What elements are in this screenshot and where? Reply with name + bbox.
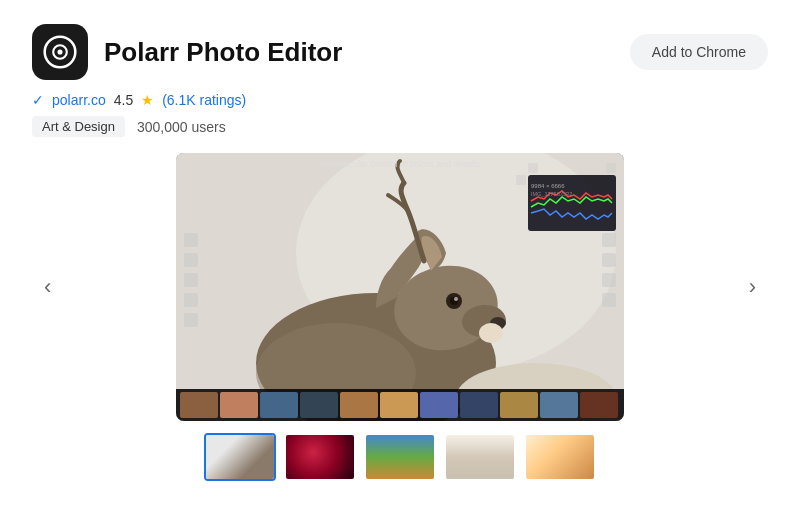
carousel-next-button[interactable]: › [737, 266, 768, 308]
svg-rect-29 [606, 163, 616, 173]
filmstrip-item [300, 392, 338, 418]
svg-rect-27 [516, 175, 526, 185]
svg-rect-20 [602, 233, 616, 247]
page-container: Polarr Photo Editor Add to Chrome ✓ pola… [0, 0, 800, 505]
svg-rect-17 [184, 273, 198, 287]
filmstrip-item [420, 392, 458, 418]
polarr-logo-icon [43, 35, 77, 69]
filmstrip-item [500, 392, 538, 418]
filmstrip-item [580, 392, 618, 418]
svg-rect-21 [602, 253, 616, 267]
thumbnail-5[interactable] [524, 433, 596, 481]
thumbnail-3-image [366, 435, 434, 479]
svg-rect-19 [184, 313, 198, 327]
filmstrip [176, 389, 624, 421]
carousel-section: ‹ Spectacular control of colors and deta… [32, 153, 768, 421]
svg-rect-22 [602, 273, 616, 287]
add-to-chrome-button[interactable]: Add to Chrome [630, 34, 768, 70]
svg-rect-16 [184, 253, 198, 267]
polarr-website-link[interactable]: polarr.co [52, 92, 106, 108]
header-left: Polarr Photo Editor [32, 24, 342, 80]
scene-title: Spectacular control of colors and detail… [320, 159, 480, 169]
filmstrip-item [460, 392, 498, 418]
svg-point-12 [479, 323, 503, 343]
thumbnail-4-image [446, 435, 514, 479]
svg-point-11 [454, 297, 458, 301]
users-count: 300,000 users [137, 119, 226, 135]
svg-point-2 [57, 49, 62, 54]
verified-icon: ✓ [32, 92, 44, 108]
app-icon [32, 24, 88, 80]
thumbnail-1[interactable] [204, 433, 276, 481]
filmstrip-item [380, 392, 418, 418]
meta-row: ✓ polarr.co 4.5 ★ (6.1K ratings) [32, 92, 768, 108]
filmstrip-item [180, 392, 218, 418]
category-badge: Art & Design [32, 116, 125, 137]
rating-number: 4.5 [114, 92, 133, 108]
ratings-count-link[interactable]: (6.1K ratings) [162, 92, 246, 108]
deer-illustration: 9984 × 6666 IMG_12756.CR2 [176, 153, 624, 421]
rating-star: ★ [141, 92, 154, 108]
deer-scene: Spectacular control of colors and detail… [176, 153, 624, 421]
thumbnail-3[interactable] [364, 433, 436, 481]
svg-rect-15 [184, 233, 198, 247]
thumbnail-2-image [286, 435, 354, 479]
svg-rect-18 [184, 293, 198, 307]
svg-rect-23 [602, 293, 616, 307]
app-title: Polarr Photo Editor [104, 37, 342, 68]
main-screenshot: Spectacular control of colors and detail… [176, 153, 624, 421]
svg-text:IMG_12756.CR2: IMG_12756.CR2 [531, 191, 572, 197]
carousel-prev-button[interactable]: ‹ [32, 266, 63, 308]
thumbnail-4[interactable] [444, 433, 516, 481]
svg-text:9984 × 6666: 9984 × 6666 [531, 183, 565, 189]
app-header: Polarr Photo Editor Add to Chrome [32, 24, 768, 80]
thumbnail-2[interactable] [284, 433, 356, 481]
svg-rect-28 [528, 163, 538, 173]
filmstrip-item [340, 392, 378, 418]
thumbnails-row [32, 433, 768, 481]
thumbnail-5-image [526, 435, 594, 479]
thumbnail-1-image [206, 435, 274, 479]
filmstrip-item [220, 392, 258, 418]
filmstrip-item [260, 392, 298, 418]
tags-row: Art & Design 300,000 users [32, 116, 768, 137]
filmstrip-item [540, 392, 578, 418]
